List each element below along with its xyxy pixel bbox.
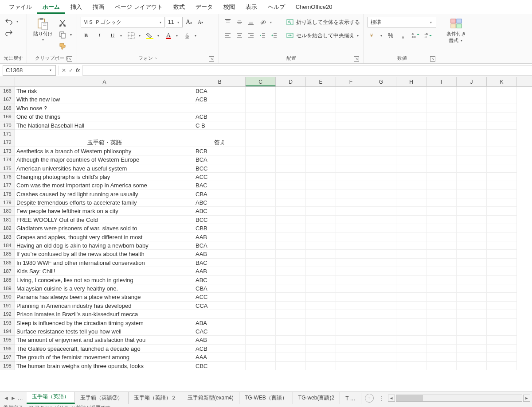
cell-J193[interactable]: [457, 319, 487, 327]
cell-J195[interactable]: [457, 336, 487, 344]
cell-D169[interactable]: [276, 112, 306, 121]
cell-B174[interactable]: BCA: [194, 155, 246, 164]
comma-button[interactable]: ,: [398, 30, 408, 41]
cell-A171[interactable]: [15, 130, 194, 138]
cell-E190[interactable]: [306, 293, 336, 301]
cell-D177[interactable]: [276, 181, 306, 190]
cell-F172[interactable]: [336, 138, 366, 147]
select-all-corner[interactable]: [0, 77, 15, 86]
cell-A168[interactable]: Who nose？: [15, 104, 194, 112]
cell-J191[interactable]: [457, 302, 487, 310]
cell-H173[interactable]: [396, 147, 426, 155]
cell-K171[interactable]: [487, 130, 517, 138]
cell-C191[interactable]: [246, 302, 276, 310]
cell-G180[interactable]: [366, 207, 396, 215]
sheet-tab-2[interactable]: 玉手箱（英語）２: [129, 392, 182, 404]
cell-I187[interactable]: [426, 267, 457, 275]
cell-A176[interactable]: Changing photographs is child's play: [15, 173, 194, 181]
cell-B166[interactable]: BCA: [194, 87, 246, 95]
cell-B169[interactable]: ACB: [194, 112, 246, 121]
cell-J172[interactable]: [457, 138, 487, 147]
cell-B185[interactable]: AAB: [194, 250, 246, 258]
cell-J181[interactable]: [457, 216, 487, 224]
cell-D180[interactable]: [276, 207, 306, 215]
cond-dropdown[interactable]: ▾: [459, 39, 464, 43]
cell-G178[interactable]: [366, 190, 396, 198]
cell-D188[interactable]: [276, 276, 306, 284]
cell-A183[interactable]: Grapes and apples, thought very differen…: [15, 233, 194, 241]
sheet-tab-1[interactable]: 玉手箱（英語②）: [75, 392, 129, 404]
row-header[interactable]: 197: [0, 353, 15, 361]
cell-I170[interactable]: [426, 121, 457, 130]
cell-H181[interactable]: [396, 216, 426, 224]
cell-G175[interactable]: [366, 164, 396, 173]
cell-C187[interactable]: [246, 267, 276, 275]
cell-F189[interactable]: [336, 284, 366, 293]
cell-G198[interactable]: [366, 362, 396, 370]
increase-font-button[interactable]: A▴: [184, 17, 194, 27]
cell-G187[interactable]: [366, 267, 396, 275]
cell-H191[interactable]: [396, 302, 426, 310]
phonetic-button[interactable]: ア亜: [182, 30, 192, 41]
cell-B179[interactable]: ABC: [194, 198, 246, 207]
cell-G191[interactable]: [366, 302, 396, 310]
cancel-formula-icon[interactable]: ✕: [62, 67, 66, 74]
merge-center-button[interactable]: セルを結合して中央揃え▾: [285, 30, 360, 41]
column-header-C[interactable]: C: [246, 77, 276, 86]
cell-A195[interactable]: The amount of enjoyment and satisfaction…: [15, 336, 194, 344]
cell-A169[interactable]: One of the things: [15, 112, 194, 121]
cell-I176[interactable]: [426, 173, 457, 181]
cell-K180[interactable]: [487, 207, 517, 215]
cell-J186[interactable]: [457, 259, 487, 267]
cell-C185[interactable]: [246, 250, 276, 258]
cell-H177[interactable]: [396, 181, 426, 190]
cell-I168[interactable]: [426, 104, 457, 112]
row-header[interactable]: 179: [0, 198, 15, 207]
cell-F182[interactable]: [336, 224, 366, 233]
cell-G179[interactable]: [366, 198, 396, 207]
cell-E188[interactable]: [306, 276, 336, 284]
cell-D173[interactable]: [276, 147, 306, 155]
cell-E180[interactable]: [306, 207, 336, 215]
cell-A178[interactable]: Crashes caused by red light running are …: [15, 190, 194, 198]
cell-G185[interactable]: [366, 250, 396, 258]
cell-C186[interactable]: [246, 259, 276, 267]
cell-K188[interactable]: [487, 276, 517, 284]
paste-dropdown[interactable]: ▾: [41, 38, 45, 42]
cell-I174[interactable]: [426, 155, 457, 164]
copy-dropdown[interactable]: ▾: [69, 33, 73, 37]
cell-D195[interactable]: [276, 336, 306, 344]
cell-F166[interactable]: [336, 87, 366, 95]
cell-I191[interactable]: [426, 302, 457, 310]
cell-A198[interactable]: The human brain weighs only three opunds…: [15, 362, 194, 370]
cell-E187[interactable]: [306, 267, 336, 275]
menu-item-6[interactable]: データ: [190, 0, 218, 14]
cell-J171[interactable]: [457, 130, 487, 138]
cell-F197[interactable]: [336, 353, 366, 361]
menu-item-9[interactable]: ヘルプ: [262, 0, 290, 14]
cell-B196[interactable]: ACB: [194, 345, 246, 353]
cell-E183[interactable]: [306, 233, 336, 241]
cell-K193[interactable]: [487, 319, 517, 327]
cell-J168[interactable]: [457, 104, 487, 112]
cell-F168[interactable]: [336, 104, 366, 112]
formula-input[interactable]: [82, 65, 532, 76]
accounting-dropdown[interactable]: ▾: [379, 34, 383, 38]
cell-D186[interactable]: [276, 259, 306, 267]
sheet-tab-3[interactable]: 玉手箱新型(exam4): [182, 392, 239, 404]
cell-K185[interactable]: [487, 250, 517, 258]
cell-H178[interactable]: [396, 190, 426, 198]
row-header[interactable]: 188: [0, 276, 15, 284]
row-header[interactable]: 173: [0, 147, 15, 155]
cell-F195[interactable]: [336, 336, 366, 344]
cell-E196[interactable]: [306, 345, 336, 353]
underline-button[interactable]: U: [107, 30, 118, 41]
cell-K181[interactable]: [487, 216, 517, 224]
cell-G196[interactable]: [366, 345, 396, 353]
row-header[interactable]: 166: [0, 87, 15, 95]
cell-H188[interactable]: [396, 276, 426, 284]
cell-A187[interactable]: Kids Say: Chill!: [15, 267, 194, 275]
cell-A170[interactable]: The National Baseball Hall: [15, 121, 194, 130]
align-right-button[interactable]: [246, 30, 256, 41]
undo-button[interactable]: [4, 16, 14, 27]
